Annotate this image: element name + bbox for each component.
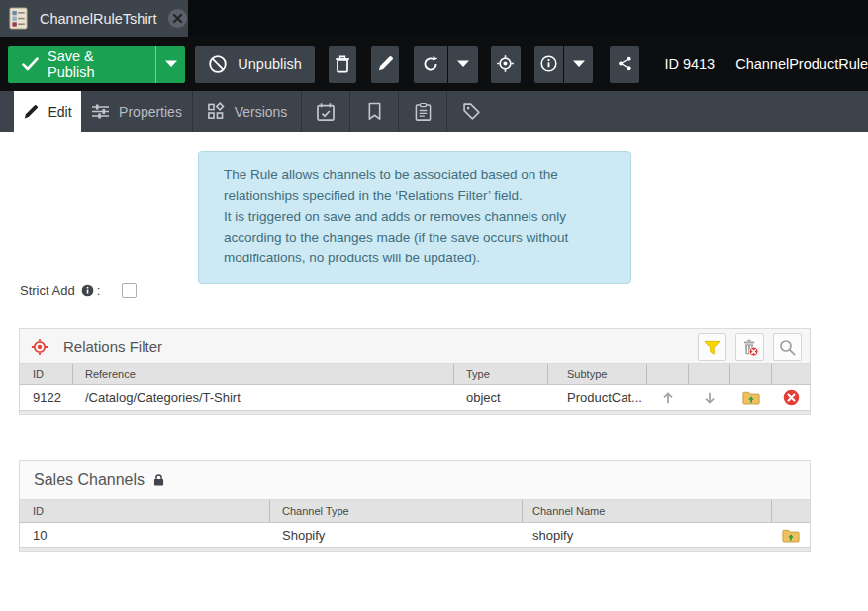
object-class-name: ChannelProductRule xyxy=(735,56,868,72)
tab-reports[interactable] xyxy=(398,91,446,132)
tab-edit[interactable]: Edit xyxy=(14,91,81,132)
cell-reference: /Catalog/Categories/T-Shirt xyxy=(73,385,454,410)
column-header-move-down xyxy=(689,364,730,384)
move-up-button[interactable] xyxy=(647,385,689,410)
target-icon xyxy=(496,54,515,73)
column-header-reference[interactable]: Reference xyxy=(73,364,454,384)
relations-filter-title: Relations Filter xyxy=(63,338,162,355)
calendar-check-icon xyxy=(316,102,336,122)
rename-button[interactable] xyxy=(371,46,399,83)
sales-panel-footer xyxy=(19,548,811,552)
reload-button[interactable] xyxy=(414,46,447,83)
clear-relations-button[interactable] xyxy=(735,333,764,361)
object-id-badge: ID 9413 xyxy=(664,56,715,72)
reload-options-dropdown-button[interactable] xyxy=(448,46,477,83)
info-filled-icon[interactable] xyxy=(81,284,94,297)
column-header-id[interactable]: ID xyxy=(20,364,73,384)
share-button[interactable] xyxy=(610,46,639,83)
remove-relation-button[interactable] xyxy=(772,385,810,410)
strict-add-label: Strict Add xyxy=(20,283,75,298)
column-header-open xyxy=(730,364,772,384)
move-down-button[interactable] xyxy=(689,385,730,410)
strict-add-colon: : xyxy=(97,283,101,298)
relations-filter-panel: Relations Filter xyxy=(19,328,811,415)
relations-table-row[interactable]: 9122 /Catalog/Categories/T-Shirt object … xyxy=(19,385,811,411)
column-header-open xyxy=(772,500,810,522)
search-icon xyxy=(779,339,796,356)
remove-icon xyxy=(783,389,800,406)
title-bar: ChannelRuleTshirt xyxy=(0,0,868,37)
cell-channel-name: shopify xyxy=(523,523,772,547)
arrow-up-icon xyxy=(661,391,675,405)
pencil-icon xyxy=(23,104,39,120)
relations-filter-header: Relations Filter xyxy=(19,328,811,364)
open-folder-icon xyxy=(782,528,800,543)
slash-circle-icon xyxy=(208,54,228,74)
delete-button[interactable] xyxy=(329,46,356,83)
info-button[interactable] xyxy=(534,46,563,83)
tab-versions[interactable]: Versions xyxy=(192,91,301,132)
relations-grid-header: ID Reference Type Subtype xyxy=(19,364,811,385)
caret-down-icon xyxy=(457,60,469,67)
object-tabbar: Edit Properties Versions xyxy=(0,91,868,132)
save-and-publish-button[interactable]: Save & Publish xyxy=(8,46,156,83)
refresh-icon xyxy=(422,55,439,73)
arrow-down-icon xyxy=(703,391,717,405)
cell-id: 10 xyxy=(20,523,270,547)
sliders-icon xyxy=(91,103,110,120)
cell-id: 9122 xyxy=(20,385,73,410)
tab-schedule[interactable] xyxy=(301,91,349,132)
locate-in-tree-button[interactable] xyxy=(491,46,521,83)
cell-subtype: ProductCat... xyxy=(548,385,647,410)
sales-channels-panel: Sales Channels ID Channel Type Channel N… xyxy=(19,460,811,552)
strict-add-checkbox[interactable] xyxy=(122,283,137,298)
save-options-dropdown-button[interactable] xyxy=(156,46,185,83)
versions-icon xyxy=(207,102,226,121)
clipboard-icon xyxy=(415,102,432,122)
sales-table-row[interactable]: 10 Shopify shopify xyxy=(19,523,811,548)
info-icon xyxy=(539,54,558,73)
bookmark-icon xyxy=(367,102,382,121)
column-header-id[interactable]: ID xyxy=(20,500,270,522)
column-header-channel-type[interactable]: Channel Type xyxy=(270,500,523,522)
filter-funnel-icon xyxy=(704,340,721,356)
caret-down-icon xyxy=(573,60,585,67)
check-icon xyxy=(22,57,39,71)
unpublish-button[interactable]: Unpublish xyxy=(195,46,315,83)
tab-versions-label: Versions xyxy=(235,104,288,120)
column-header-remove xyxy=(772,364,810,384)
sales-channels-header: Sales Channels xyxy=(19,460,811,500)
target-red-icon xyxy=(31,338,48,356)
tab-properties-label: Properties xyxy=(119,104,182,120)
tag-icon xyxy=(462,102,481,121)
filter-button[interactable] xyxy=(698,333,726,361)
tab-notes[interactable] xyxy=(349,91,398,132)
edit-panel: The Rule allows channels to be associate… xyxy=(0,132,868,611)
tab-tags[interactable] xyxy=(446,91,495,132)
relations-panel-footer xyxy=(19,411,811,415)
column-header-channel-name[interactable]: Channel Name xyxy=(523,500,772,522)
document-tab[interactable]: ChannelRuleTshirt xyxy=(0,0,188,37)
tab-edit-label: Edit xyxy=(48,104,71,120)
open-channel-button[interactable] xyxy=(772,523,810,547)
strict-add-field: Strict Add : xyxy=(20,283,137,298)
save-and-publish-label: Save & Publish xyxy=(48,49,142,80)
document-tab-title: ChannelRuleTshirt xyxy=(40,11,156,27)
caret-down-icon xyxy=(165,60,177,67)
trash-icon xyxy=(335,55,350,73)
cell-channel-type: Shopify xyxy=(270,523,523,547)
tab-properties[interactable]: Properties xyxy=(81,91,192,132)
relations-filter-tools xyxy=(698,333,802,361)
pencil-icon xyxy=(377,55,394,72)
close-icon[interactable] xyxy=(167,8,188,29)
object-document-icon xyxy=(9,7,28,30)
column-header-move-up xyxy=(647,364,689,384)
lock-icon xyxy=(153,473,164,487)
sales-grid-header: ID Channel Type Channel Name xyxy=(19,500,811,523)
column-header-subtype[interactable]: Subtype xyxy=(548,364,647,384)
column-header-type[interactable]: Type xyxy=(454,364,548,384)
info-options-dropdown-button[interactable] xyxy=(564,46,593,83)
unpublish-label: Unpublish xyxy=(238,56,302,72)
open-object-button[interactable] xyxy=(730,385,772,410)
search-relations-button[interactable] xyxy=(773,333,802,361)
